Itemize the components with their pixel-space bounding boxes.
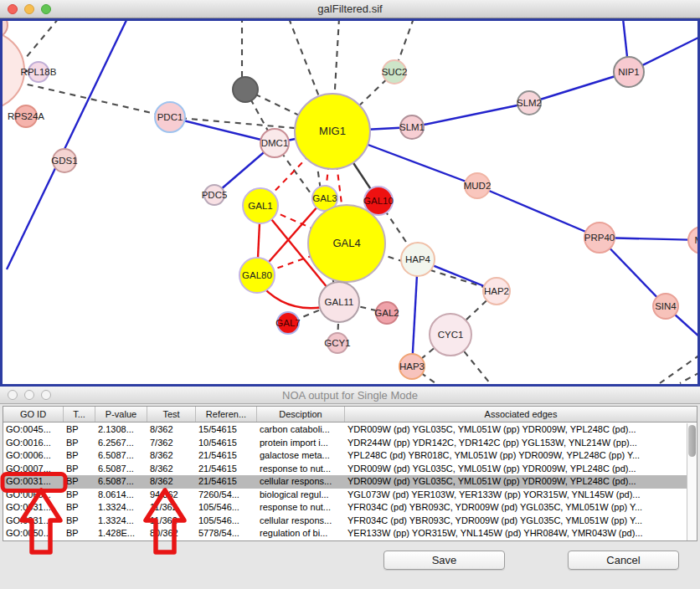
table-cell: cellular respons... [257, 475, 345, 489]
graph-node-label-PDC5: PDC5 [202, 190, 228, 200]
table-cell: 1.3324... [95, 515, 147, 528]
table-cell: YFR034C (pd) YBR093C, YDR009W (pd) YGL03… [345, 515, 687, 528]
table-row-1[interactable]: GO:0045...BP2.1308...8/36215/54615carbon… [3, 423, 687, 437]
graph-node-dark-node[interactable] [233, 77, 258, 102]
graph-node-label-HAP2: HAP2 [484, 286, 509, 296]
graph-node-label-HAP4: HAP4 [405, 254, 431, 264]
table-cell: 105/546... [196, 515, 257, 528]
network-window-title: galFiltered.sif [317, 3, 382, 15]
table-cell: BP [64, 489, 95, 502]
graph-node-label-MIG1: MIG1 [319, 125, 346, 137]
table-cell: 21/54615 [196, 463, 257, 476]
table-cell: carbon cataboli... [257, 423, 345, 437]
table-cell: 2.1308... [95, 423, 147, 437]
table-row-7[interactable]: GO:0031...BP1.3324...11/362105/546...res… [3, 501, 687, 515]
graph-edge [412, 103, 529, 127]
column-header-p-value[interactable]: P-value [95, 407, 147, 422]
table-cell: 11/362 [147, 515, 196, 528]
table-cell: BP [64, 463, 95, 476]
table-cell: 6.5087... [95, 463, 147, 476]
scrollbar-thumb[interactable] [688, 425, 696, 457]
table-cell: 21/54615 [196, 449, 257, 463]
minimize-button[interactable] [24, 390, 34, 400]
table-cell: YPL248C (pd) YBR018C, YML051W (pp) YDR00… [345, 449, 687, 463]
noa-window-titlebar[interactable]: NOA output for Single Mode [0, 387, 700, 404]
graph-node-label-HAP3: HAP3 [399, 361, 425, 371]
column-header-go-id[interactable]: GO ID [3, 407, 64, 422]
table-row-9[interactable]: GO:0050...BP1.428E...80/3625778/54...reg… [3, 527, 687, 540]
table-cell: BP [64, 475, 95, 489]
zoom-button[interactable] [41, 4, 51, 14]
graph-node-label-GAL7: GAL7 [275, 318, 300, 328]
table-cell: GO:0007... [3, 463, 64, 476]
table-cell: protein import i... [257, 437, 345, 450]
table-cell: 6.5087... [95, 475, 147, 489]
graph-node-label-GAL4: GAL4 [332, 237, 360, 249]
table-row-6[interactable]: GO:0065...BP8.0614...94/3627260/54...bio… [3, 489, 687, 502]
table-cell: 8/362 [147, 475, 196, 489]
graph-node-label-MUD2: MUD2 [464, 181, 492, 191]
table-row-2[interactable]: GO:0016...BP6.2567...7/36210/54615protei… [3, 437, 687, 450]
table-cell: YDR009W (pd) YGL035C, YML051W (pp) YDR00… [345, 475, 687, 489]
table-row-8[interactable]: GO:0031...BP1.3324...11/362105/546...cel… [3, 515, 687, 528]
table-cell: response to nut... [257, 463, 345, 476]
table-row-5[interactable]: GO:0031...BP6.5087...8/36221/54615cellul… [3, 475, 687, 489]
table-cell: regulation of bi... [257, 527, 345, 540]
column-header-test[interactable]: Test [147, 407, 196, 422]
table-cell: 8/362 [147, 423, 196, 437]
graph-edge [7, 18, 127, 269]
network-canvas[interactable]: RPL18BRPS24AGDS1PDC1PDC5DMC1MIG1SUC2SLM1… [0, 18, 700, 387]
graph-node-label-GAL2: GAL2 [374, 308, 399, 318]
table-cell: 8/362 [147, 449, 196, 463]
graph-node-label-DMC1: DMC1 [261, 138, 289, 148]
save-button[interactable]: Save [383, 551, 505, 570]
table-cell: 1.3324... [95, 501, 147, 515]
column-header-referen-[interactable]: Referen... [196, 407, 257, 422]
graph-node-label-GAL3: GAL3 [312, 193, 337, 203]
vertical-scrollbar[interactable] [687, 423, 697, 540]
table-cell: 10/54615 [196, 437, 257, 450]
table-cell: 1.428E... [95, 527, 147, 540]
results-table: GO IDT...P-valueTestReferen...Desciption… [3, 406, 697, 541]
column-header-desciption[interactable]: Desciption [257, 407, 345, 422]
graph-edge [660, 355, 700, 383]
cancel-button[interactable]: Cancel [568, 551, 679, 570]
table-cell: biological regul... [257, 489, 345, 502]
table-cell: 5778/54... [196, 527, 257, 540]
table-row-4[interactable]: GO:0007...BP6.5087...8/36221/54615respon… [3, 463, 687, 476]
table-cell: GO:0031... [3, 515, 64, 528]
close-button[interactable] [8, 390, 18, 400]
minimize-button[interactable] [24, 4, 34, 14]
graph-node-label-GCY1: GCY1 [324, 338, 350, 348]
table-cell: 94/362 [147, 489, 196, 502]
column-header-t-[interactable]: T... [64, 407, 95, 422]
table-cell: YDR009W (pd) YGL035C, YML051W (pp) YDR00… [345, 463, 687, 476]
zoom-button[interactable] [41, 390, 51, 400]
table-cell: BP [64, 437, 95, 450]
column-header-associated-edges[interactable]: Associated edges [345, 407, 697, 422]
graph-node-corner-fragment[interactable] [0, 18, 8, 38]
table-row-3[interactable]: GO:0006...BP6.5087...8/36221/54615galact… [3, 449, 687, 463]
table-cell: GO:0065... [3, 489, 64, 502]
table-cell: 11/362 [147, 501, 196, 515]
table-cell: BP [64, 449, 95, 463]
noa-window-title: NOA output for Single Mode [282, 389, 418, 402]
graph-node-label-CYC1: CYC1 [438, 330, 464, 340]
table-body: GO:0045...BP2.1308...8/36215/54615carbon… [3, 423, 687, 540]
graph-node-label-SUC2: SUC2 [382, 67, 408, 77]
graph-edge [25, 18, 59, 59]
graph-node-label-RPL18B: RPL18B [21, 67, 57, 77]
table-cell: 105/546... [196, 501, 257, 515]
close-button[interactable] [8, 4, 18, 14]
table-cell: GO:0045... [3, 423, 64, 437]
graph-edge [680, 372, 700, 383]
table-header-row: GO IDT...P-valueTestReferen...Desciption… [3, 407, 697, 423]
network-window-titlebar[interactable]: galFiltered.sif [0, 0, 700, 18]
graph-node-label-PDC1: PDC1 [157, 112, 183, 122]
table-cell: 21/54615 [196, 475, 257, 489]
graph-node-label-PRP40: PRP40 [584, 233, 615, 243]
graph-node-label-GAL10: GAL10 [363, 196, 394, 206]
graph-node-label-MS-edge-node: MS [694, 235, 700, 245]
table-cell: BP [64, 423, 95, 437]
table-cell: GO:0016... [3, 437, 64, 450]
